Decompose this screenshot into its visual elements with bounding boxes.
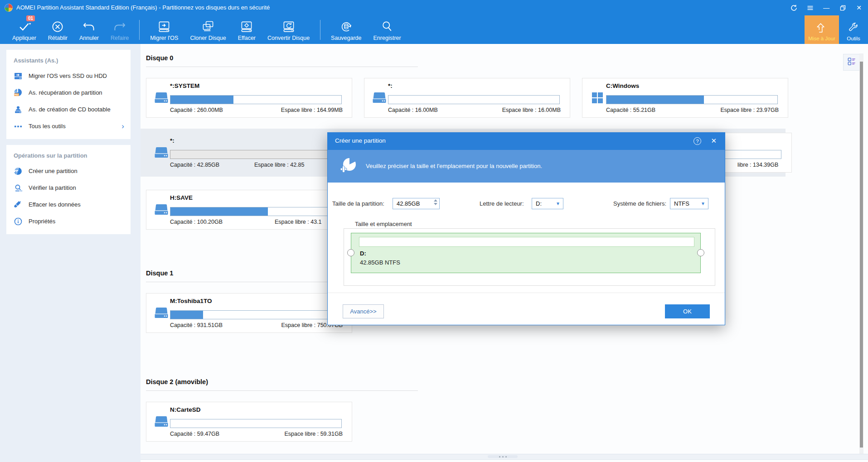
partition-size-input[interactable]: 42.85GB	[393, 198, 440, 209]
partition-slider[interactable]: D: 42.85GB NTFS	[351, 233, 701, 273]
title-bar: AOMEI Partition Assistant Standard Editi…	[0, 0, 868, 15]
disk-row: *:SYSTEMCapacité : 260.00MBEspace libre …	[141, 78, 868, 118]
update-button[interactable]: Mise à Jour	[805, 15, 839, 44]
sidebar-section-title: Assistants (As.)	[6, 53, 131, 67]
disk-row: N:CarteSDCapacité : 59.47GBEspace libre …	[141, 402, 868, 442]
partition-recovery-pro-icon: PRO	[14, 88, 23, 97]
free-space-label: Espace libre : 59.31GB	[284, 431, 343, 437]
migrate-os-button-label: Migrer l'OS	[150, 35, 178, 41]
dialog-footer: Avancé>> OK	[328, 293, 725, 326]
check-partition-icon	[14, 183, 23, 192]
advanced-button[interactable]: Avancé>>	[343, 304, 384, 318]
size-location-label: Taille et emplacement	[355, 221, 412, 227]
chevron-right-icon: ›	[121, 122, 124, 130]
spinner-arrows-icon[interactable]	[434, 199, 437, 205]
menu-icon[interactable]	[802, 0, 818, 15]
discard-button[interactable]: Rétablir	[42, 15, 73, 44]
clone-disk-button[interactable]: Cloner Disque	[184, 15, 232, 44]
size-location-box: D: 42.85GB NTFS	[344, 228, 715, 286]
partition-name: N:CarteSD	[170, 406, 201, 413]
partition-usage-bar	[359, 237, 694, 247]
wipe-data-icon	[14, 200, 23, 209]
undo-button[interactable]: Annuler	[73, 15, 105, 44]
free-space-label: Espace libre : 43.1	[275, 219, 322, 225]
tools-button[interactable]: Outils	[839, 15, 868, 44]
more-tools-icon	[14, 122, 23, 131]
drive-letter-select[interactable]: D: ▼	[532, 198, 563, 209]
redo-button-label: Refaire	[111, 35, 129, 41]
usage-bar	[170, 419, 342, 428]
sidebar-item-label: As. de création de CD bootable	[29, 106, 111, 113]
sidebar-item-check-partition[interactable]: Vérifier la partition	[6, 179, 131, 196]
sidebar-item-bootable-cd[interactable]: As. de création de CD bootable	[6, 101, 131, 118]
sidebar-item-properties[interactable]: Propriétés	[6, 213, 131, 230]
sidebar-item-label: Migrer l'OS vers SSD ou HDD	[29, 72, 107, 79]
sidebar-item-partition-recovery[interactable]: PROAs. récupération de partition	[6, 84, 131, 101]
dialog-close-icon[interactable]: ✕	[711, 137, 717, 145]
sidebar-section: Assistants (As.)Migrer l'OS vers SSD ou …	[6, 50, 131, 139]
minimize-button[interactable]: —	[818, 0, 834, 15]
bottom-splitter[interactable]	[488, 455, 518, 458]
create-partition-icon	[339, 156, 359, 176]
create-partition-dialog: Créer une partition ? ✕ Veuillez précise…	[327, 132, 725, 325]
refresh-icon[interactable]	[786, 0, 802, 15]
partition-card[interactable]: M:Toshiba1TOCapacité : 931.51GBEspace li…	[146, 293, 352, 333]
backup-icon	[339, 19, 353, 34]
close-button[interactable]: ✕	[851, 0, 867, 15]
convert-disk-button[interactable]: Convertir Disque	[262, 15, 315, 44]
help-icon[interactable]: ?	[693, 137, 701, 145]
svg-text:PRO: PRO	[15, 93, 19, 96]
file-system-select[interactable]: NTFS ▼	[670, 198, 708, 209]
sidebar-item-label: Effacer les données	[29, 201, 81, 208]
sidebar-item-migrate-os[interactable]: Migrer l'OS vers SSD ou HDD	[6, 67, 131, 84]
resize-handle-left[interactable]	[347, 249, 354, 256]
sidebar-item-create-partition[interactable]: Créer une partition	[6, 163, 131, 179]
partition-card[interactable]: C:WindowsCapacité : 55.21GBEspace libre …	[582, 78, 788, 118]
partition-card[interactable]: *:SYSTEMCapacité : 260.00MBEspace libre …	[146, 78, 352, 118]
wrench-icon	[847, 22, 860, 35]
sidebar-item-label: Créer une partition	[29, 168, 78, 174]
create-partition-icon	[14, 167, 23, 176]
disk-icon	[153, 307, 170, 319]
redo-button: Refaire	[105, 15, 135, 44]
discard-button-label: Rétablir	[48, 35, 68, 41]
tools-label: Outils	[847, 36, 860, 41]
ok-button[interactable]: OK	[665, 304, 710, 318]
partition-name: *:SYSTEM	[170, 82, 199, 89]
disk-icon	[153, 91, 170, 104]
vertical-scrollbar[interactable]	[859, 53, 863, 454]
resize-handle-right[interactable]	[697, 249, 704, 256]
disk-clone-icon	[201, 19, 215, 34]
migrate-os-button[interactable]: Migrer l'OS	[144, 15, 184, 44]
partition-name: H:SAVE	[170, 194, 193, 201]
backup-button[interactable]: Sauvegarde	[325, 15, 367, 44]
circle-x-icon	[51, 19, 64, 34]
convert-disk-button-label: Convertir Disque	[267, 35, 310, 41]
capacity-label: Capacité : 260.00MB	[170, 107, 223, 113]
disk-header: Disque 2 (amovible)	[146, 378, 868, 385]
sidebar-item-wipe-data[interactable]: Effacer les données	[6, 196, 131, 213]
sidebar-item-all-tools[interactable]: Tous les outils›	[6, 118, 131, 135]
list-view-toggle[interactable]	[843, 54, 860, 71]
usage-bar	[170, 95, 342, 104]
clone-disk-button-label: Cloner Disque	[190, 35, 226, 41]
maximize-button[interactable]	[834, 0, 851, 15]
partition-card[interactable]: N:CarteSDCapacité : 59.47GBEspace libre …	[146, 402, 352, 442]
partition-card[interactable]: *:Capacité : 16.00MBEspace libre : 16.00…	[364, 78, 570, 118]
partition-size-label: Taille de la partition:	[332, 200, 384, 207]
slider-drive-letter: D:	[360, 250, 366, 257]
wipe-disk-button[interactable]: Effacer	[232, 15, 262, 44]
capacity-label: Capacité : 55.21GB	[606, 107, 655, 113]
sidebar-section-title: Opérations sur la partition	[6, 148, 131, 163]
partition-card[interactable]: *:Capacité : 42.85GBEspace libre : 42.85	[146, 133, 352, 173]
disk-icon	[153, 415, 170, 428]
disk-icon	[371, 91, 388, 104]
magnifier-icon	[380, 19, 394, 34]
apply-button[interactable]: Appliquer01▾	[6, 15, 42, 44]
register-button[interactable]: Enregistrer	[368, 15, 407, 44]
app-logo-icon	[5, 4, 13, 12]
scrollbar-thumb[interactable]	[860, 62, 863, 448]
chevron-down-icon: ▼	[556, 201, 560, 206]
dialog-title-bar: Créer une partition ? ✕	[328, 133, 725, 150]
partition-card[interactable]: H:SAVECapacité : 100.20GBEspace libre : …	[146, 190, 352, 230]
